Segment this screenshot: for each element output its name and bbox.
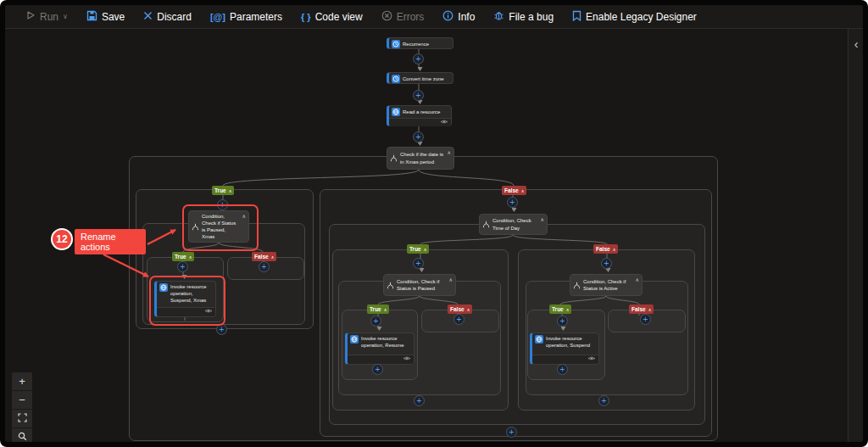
false-branch-badge[interactable]: False∧ [502, 186, 526, 195]
plus-icon: + [602, 397, 607, 405]
collapse-caret-icon[interactable]: ∧ [229, 188, 232, 193]
info-label: Info [458, 11, 475, 23]
canvas-zoom-controls: + − [12, 372, 32, 442]
node-invoke-suspend[interactable]: Invoke resource operation, Suspend [530, 332, 599, 365]
true-branch-badge[interactable]: True∧ [367, 305, 389, 314]
plus-icon: + [374, 317, 379, 326]
enable-legacy-designer-button[interactable]: Enable Legacy Designer [572, 10, 697, 24]
collapse-caret-icon[interactable]: ∧ [271, 254, 275, 260]
collapse-caret-icon[interactable]: ∧ [648, 307, 652, 312]
add-action-button[interactable]: + [598, 395, 609, 406]
node-recurrence[interactable]: Recurrence [387, 37, 453, 49]
node-convert-time-zone[interactable]: Convert time zone [387, 72, 453, 84]
legacy-label: Enable Legacy Designer [586, 11, 697, 23]
false-branch-badge[interactable]: False∧ [593, 244, 618, 254]
condition-icon [387, 282, 394, 289]
plus-icon: + [416, 133, 421, 142]
parameters-button[interactable]: [@] Parameters [210, 11, 282, 23]
collapse-panel-button[interactable]: ‹ [849, 29, 863, 51]
condition-icon [482, 221, 490, 228]
flow-designer-app: Run ∨ Save Discard [@] Parameters { } Co… [5, 5, 863, 442]
collapse-caret-icon[interactable]: ∧ [449, 277, 453, 283]
convert-time-zone-icon [392, 75, 400, 83]
error-circle-icon [381, 10, 392, 24]
plus-icon: + [376, 366, 381, 374]
plus-icon: + [416, 92, 421, 100]
add-action-button[interactable]: + [601, 258, 612, 269]
node-invoke-resume[interactable]: Invoke resource operation, Resume [345, 332, 415, 365]
plus-icon: + [220, 326, 225, 334]
collapse-caret-icon[interactable]: ∧ [613, 247, 616, 252]
node-condition-status-active[interactable]: Condition, Check if Status is Active ∧ [570, 274, 643, 296]
collapse-caret-icon[interactable]: ∧ [424, 247, 427, 252]
add-action-button[interactable]: + [413, 53, 424, 64]
false-branch-badge[interactable]: False∧ [448, 305, 472, 314]
collapse-caret-icon[interactable]: ∧ [189, 254, 192, 260]
add-action-button[interactable]: + [259, 261, 270, 272]
bug-icon [493, 10, 504, 24]
node-check-xmas-condition[interactable]: Check if the date is in Xmas period ∧ [387, 147, 454, 170]
annotation-callout: Rename actions [75, 229, 146, 254]
badge-label: False [504, 187, 519, 193]
collapse-caret-icon[interactable]: ∧ [566, 307, 570, 312]
collapse-caret-icon[interactable]: ∧ [448, 149, 451, 156]
badge-label: False [596, 246, 610, 252]
true-branch-badge[interactable]: True∧ [212, 186, 234, 195]
collapse-caret-icon[interactable]: ∧ [521, 188, 525, 193]
errors-button[interactable]: Errors [381, 10, 425, 24]
add-action-button[interactable]: + [453, 314, 465, 325]
add-action-button[interactable]: + [372, 364, 383, 375]
node-condition-time-of-day[interactable]: Condition, Check Time of Day ∧ [479, 214, 548, 235]
flow-canvas[interactable]: Recurrence Convert time zone Read a reso… [5, 29, 863, 442]
false-branch-badge[interactable]: False∧ [629, 305, 654, 314]
bookmark-icon [572, 10, 581, 24]
node-label: Condition, Check if Status is Active [583, 278, 633, 292]
node-condition-status-paused[interactable]: Condition, Check if Status is Paused ∧ [383, 274, 456, 296]
play-icon [25, 10, 36, 23]
chevron-left-icon: ‹ [854, 37, 859, 51]
plus-icon: + [416, 55, 421, 64]
add-action-button[interactable]: + [370, 316, 381, 327]
annotation-step-number: 12 [51, 228, 73, 250]
collapse-caret-icon[interactable]: ∧ [467, 307, 470, 312]
plus-icon: + [643, 316, 648, 324]
collapse-caret-icon[interactable]: ∧ [541, 216, 544, 223]
save-button[interactable]: Save [86, 10, 125, 24]
zoom-search-button[interactable] [12, 428, 32, 442]
add-action-button[interactable]: + [557, 316, 568, 327]
errors-label: Errors [397, 11, 425, 23]
collapse-caret-icon[interactable]: ∧ [636, 277, 639, 283]
code-view-button[interactable]: { } Code view [301, 11, 363, 23]
info-button[interactable]: Info [442, 10, 475, 24]
add-action-button[interactable]: + [507, 197, 518, 208]
add-action-button[interactable]: + [413, 131, 424, 142]
zoom-in-button[interactable]: + [12, 372, 32, 391]
node-label: Read a resource [403, 109, 448, 115]
true-branch-badge[interactable]: True∧ [549, 305, 571, 314]
parameters-icon: [@] [210, 12, 225, 22]
recurrence-icon [392, 40, 400, 48]
true-branch-badge[interactable]: True∧ [407, 244, 429, 254]
condition-icon [573, 282, 581, 289]
annotation-highlight-invoke [149, 276, 225, 326]
node-read-resource[interactable]: Read a resource [387, 105, 452, 126]
discard-button[interactable]: Discard [143, 11, 192, 23]
save-label: Save [102, 11, 125, 23]
fit-to-window-button[interactable] [12, 410, 32, 428]
add-action-button[interactable]: + [506, 427, 517, 438]
zoom-out-button[interactable]: − [12, 391, 32, 410]
collapse-caret-icon[interactable]: ∧ [384, 307, 387, 312]
add-action-button[interactable]: + [557, 364, 568, 375]
add-action-button[interactable]: + [413, 90, 424, 101]
plus-icon: + [510, 198, 515, 207]
file-a-bug-button[interactable]: File a bug [493, 10, 554, 24]
add-action-button[interactable]: + [640, 314, 651, 325]
true-branch-badge[interactable]: True∧ [172, 252, 194, 261]
node-label: Check if the date is in Xmas period [400, 151, 445, 165]
add-action-button[interactable]: + [413, 258, 424, 269]
plus-icon: + [560, 366, 565, 374]
add-action-button[interactable]: + [177, 261, 188, 272]
false-branch-badge[interactable]: False∧ [252, 252, 276, 261]
add-action-button[interactable]: + [414, 395, 425, 406]
run-button[interactable]: Run ∨ [25, 10, 68, 23]
